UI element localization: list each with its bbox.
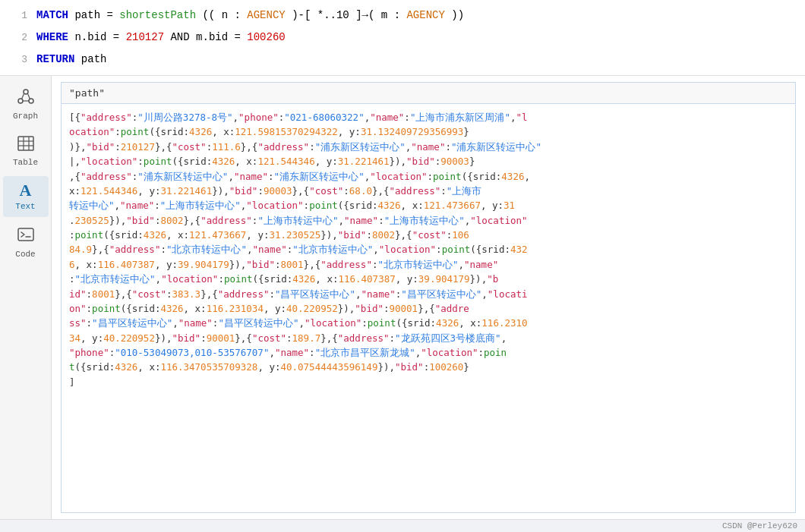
- code-line-2: 2 WHERE n.bid = 210127 AND m.bid = 10026…: [6, 27, 805, 49]
- code-line-3: 3 RETURN path: [6, 49, 805, 71]
- code-plain: AND m.bid =: [170, 31, 247, 43]
- code-line-1: 1 MATCH path = shortestPath (( n : AGENC…: [6, 5, 805, 27]
- func-shortestpath: shortestPath: [119, 9, 196, 21]
- code-plain: )): [451, 9, 464, 21]
- sidebar-code-label: Code: [15, 250, 35, 259]
- code-content-2: WHERE n.bid = 210127 AND m.bid = 100260: [36, 30, 805, 46]
- main-content: Graph Table A Text: [0, 76, 805, 519]
- sidebar-item-text[interactable]: A Text: [3, 176, 49, 217]
- code-plain: ]→(: [355, 9, 374, 21]
- svg-rect-6: [18, 137, 33, 150]
- rel-range: *..10: [317, 9, 349, 21]
- code-plain: ((: [202, 9, 215, 21]
- code-plain: path =: [74, 9, 119, 21]
- svg-line-4: [27, 94, 30, 99]
- result-panel: "path" [{"address":"川周公路3278-8号","phone"…: [52, 76, 805, 519]
- svg-point-0: [24, 90, 28, 94]
- line-number-3: 3: [6, 52, 36, 68]
- svg-point-2: [29, 99, 33, 103]
- line-number-2: 2: [6, 30, 36, 46]
- sidebar-item-code[interactable]: Code: [3, 220, 49, 265]
- num-bid1: 210127: [126, 31, 164, 43]
- code-plain: path: [81, 53, 107, 65]
- result-header: "path": [61, 82, 796, 103]
- code-plain: )-[: [292, 9, 311, 21]
- table-icon: [17, 136, 34, 155]
- sidebar-item-table[interactable]: Table: [3, 130, 49, 173]
- line-number-1: 1: [6, 8, 36, 24]
- code-colon2: :: [394, 9, 400, 21]
- result-content: [{"address":"川周公路3278-8号","phone":"021-6…: [69, 112, 541, 388]
- footer-text: CSDN @Perley620: [722, 521, 797, 530]
- sidebar-table-label: Table: [13, 158, 38, 167]
- keyword-match: MATCH: [36, 9, 68, 21]
- svg-point-1: [18, 99, 23, 103]
- sidebar-graph-label: Graph: [13, 112, 38, 121]
- keyword-where: WHERE: [36, 31, 68, 43]
- sidebar: Graph Table A Text: [0, 76, 52, 519]
- graph-icon: [17, 88, 34, 109]
- footer: CSDN @Perley620: [0, 519, 805, 532]
- result-body[interactable]: [{"address":"川周公路3278-8号","phone":"021-6…: [61, 103, 796, 513]
- sidebar-text-label: Text: [15, 202, 35, 211]
- var-m: m: [381, 9, 387, 21]
- code-icon: [17, 226, 34, 247]
- code-plain: n.bid =: [74, 31, 125, 43]
- keyword-return: RETURN: [36, 53, 74, 65]
- code-editor: 1 MATCH path = shortestPath (( n : AGENC…: [0, 0, 805, 76]
- label-agency-1: AGENCY: [247, 9, 285, 21]
- code-colon: :: [235, 9, 241, 21]
- sidebar-item-graph[interactable]: Graph: [3, 82, 49, 127]
- text-icon: A: [20, 182, 32, 199]
- code-content-1: MATCH path = shortestPath (( n : AGENCY …: [36, 8, 805, 24]
- num-bid2: 100260: [247, 31, 285, 43]
- svg-rect-11: [18, 228, 33, 241]
- svg-line-3: [21, 94, 24, 99]
- code-content-3: RETURN path: [36, 52, 805, 68]
- label-agency-2: AGENCY: [406, 9, 444, 21]
- var-n: n: [222, 9, 228, 21]
